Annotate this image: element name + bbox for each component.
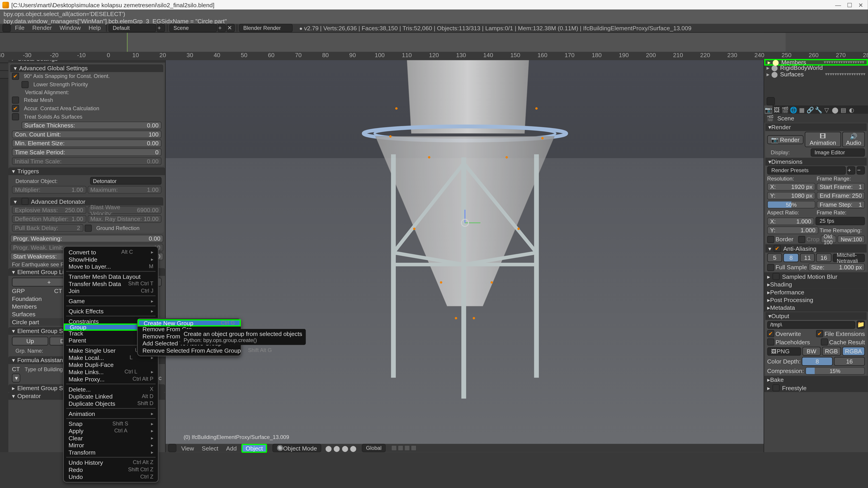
tab-constraints[interactable]: 🔗 xyxy=(806,105,814,114)
view-menu[interactable]: View xyxy=(178,445,197,451)
shading-header[interactable]: ▸Shading xyxy=(764,281,868,288)
aa-header[interactable]: ▾✔Anti-Aliasing xyxy=(765,244,867,253)
res-y-field[interactable]: Y:1080 px xyxy=(767,192,815,199)
menu-window[interactable]: Window xyxy=(56,24,84,32)
axis-snap-check[interactable]: ✔ xyxy=(12,73,19,80)
submenu-create-new-group-highlighted[interactable]: Create New GroupCtrl G xyxy=(138,319,241,326)
aa-filter-dropdown[interactable]: Mitchell-Netravali xyxy=(833,254,865,262)
menu-help[interactable]: Help xyxy=(85,24,104,32)
menu-transfer-mesh-data[interactable]: Transfer Mesh DataShift Ctrl T xyxy=(64,280,158,287)
audio-button[interactable]: 🔊 Audio xyxy=(842,132,865,147)
menu-make-links[interactable]: Make Links...Ctrl L▸ xyxy=(64,368,158,376)
tab-modifiers[interactable]: 🔧 xyxy=(814,105,823,114)
close-button[interactable]: ✕ xyxy=(858,2,863,8)
minimize-button[interactable]: — xyxy=(835,2,841,8)
surface-thickness-field[interactable]: Surface Thickness:0.00 xyxy=(22,122,162,129)
orientation-dropdown[interactable]: Global xyxy=(362,444,386,452)
editor-type-icon[interactable] xyxy=(2,24,11,32)
menu-delete[interactable]: Delete...X xyxy=(64,385,158,393)
maximum-field[interactable]: Maximum:1.00 xyxy=(87,186,161,194)
tab-physics[interactable] xyxy=(0,63,8,71)
display-dropdown[interactable]: Image Editor xyxy=(810,149,865,157)
3d-viewport[interactable]: User Persp (0) IfcBuildingElementProxy/S… xyxy=(166,32,764,452)
scene-dropdown[interactable]: Scene xyxy=(169,24,217,32)
multiplier-field[interactable]: Multiplier:1.00 xyxy=(12,186,86,194)
format-dropdown[interactable]: 🖼 PNG xyxy=(767,347,801,355)
menu-convert-to[interactable]: Convert toAlt C▸ xyxy=(64,249,158,256)
init-time-field[interactable]: Initial Time Scale:0.00 xyxy=(12,157,162,165)
render-button[interactable]: 📷 Render xyxy=(767,135,804,144)
output-header[interactable]: ▾Output xyxy=(765,312,867,320)
perf-header[interactable]: ▸Performance xyxy=(764,288,868,296)
menu-make-dupli-face[interactable]: Make Dupli-Face xyxy=(64,361,158,368)
start-frame-field[interactable]: Start Frame:1 xyxy=(817,183,865,191)
folder-icon-button[interactable]: 📁 xyxy=(857,321,865,329)
layout-dropdown[interactable]: Default xyxy=(108,24,156,32)
render-section-header[interactable]: ▾Render xyxy=(765,123,867,131)
tab-physics[interactable]: ◐ xyxy=(848,105,856,114)
accur-check[interactable]: ✔ xyxy=(12,105,19,112)
rebar-check[interactable] xyxy=(12,96,19,104)
tab-render[interactable]: 📷 xyxy=(764,105,773,114)
tab-grease-pencil[interactable] xyxy=(0,71,8,78)
maximize-button[interactable]: ☐ xyxy=(847,2,852,8)
animation-button[interactable]: 🎞 Animation xyxy=(805,132,841,147)
frame-step-field[interactable]: Frame Step:1 xyxy=(817,201,865,208)
editor-type-3dview-icon[interactable] xyxy=(168,444,177,452)
output-path-field[interactable] xyxy=(767,321,855,328)
adv-global-settings-header[interactable]: ▾Advanced Global Settings xyxy=(10,64,163,72)
fps-dropdown[interactable]: 25 fps xyxy=(815,217,865,225)
freestyle-header[interactable]: ▸Freestyle xyxy=(764,384,868,392)
compression-field[interactable]: 15% xyxy=(805,367,865,375)
menu-undo-history[interactable]: Undo HistoryCtrl Alt Z xyxy=(64,459,158,466)
triggers-header[interactable]: ▾Triggers xyxy=(8,167,165,175)
lower-strength-check[interactable] xyxy=(22,81,29,88)
res-x-field[interactable]: X:1920 px xyxy=(767,183,815,191)
tab-data[interactable]: ▽ xyxy=(823,105,831,114)
time-scale-field[interactable]: Time Scale Period:0 xyxy=(12,149,162,156)
postproc-header[interactable]: ▸Post Processing xyxy=(764,296,868,304)
menu-transfer-mesh-layout[interactable]: Transfer Mesh Data Layout xyxy=(64,273,158,280)
menu-quick-effects[interactable]: Quick Effects▸ xyxy=(64,307,158,315)
progr-weak-field[interactable]: Progr. Weakening:0.00 xyxy=(10,235,163,242)
add-menu[interactable]: Add xyxy=(223,445,240,451)
add-layout-button[interactable]: + xyxy=(157,24,165,32)
treat-solids-check[interactable] xyxy=(12,113,19,121)
con-count-field[interactable]: Con. Count Limit:100 xyxy=(12,131,162,138)
engine-dropdown[interactable]: Blender Render xyxy=(239,24,293,32)
menu-duplicate-linked[interactable]: Duplicate LinkedAlt D xyxy=(64,393,158,400)
min-elem-field[interactable]: Min. Element Size:0.00 xyxy=(12,139,162,147)
menu-animation[interactable]: Animation▸ xyxy=(64,410,158,417)
object-menu[interactable]: Object xyxy=(241,444,267,453)
tab-texture[interactable]: ▤ xyxy=(839,105,848,114)
mode-dropdown[interactable]: 🔘 Object Mode xyxy=(272,444,321,452)
submenu-remove-from-active[interactable]: Remove Selected From Active GroupShift A… xyxy=(138,347,241,354)
detonator-field[interactable] xyxy=(90,177,161,185)
menu-mirror[interactable]: Mirror▸ xyxy=(64,442,158,449)
end-frame-field[interactable]: End Frame:250 xyxy=(817,192,865,199)
tab-material[interactable]: ⬤ xyxy=(831,105,839,114)
timeline-track[interactable] xyxy=(0,33,868,52)
smb-header[interactable]: ▸Sampled Motion Blur xyxy=(764,272,868,281)
bake-header[interactable]: ▸Bake xyxy=(764,376,868,384)
menu-redo[interactable]: RedoShift Ctrl Z xyxy=(64,466,158,473)
menu-game[interactable]: Game▸ xyxy=(64,297,158,304)
menu-render[interactable]: Render xyxy=(29,24,55,32)
menu-make-proxy[interactable]: Make Proxy...Ctrl Alt P xyxy=(64,375,158,383)
tab-render-layers[interactable]: 🖼 xyxy=(773,105,781,114)
add-scene-button[interactable]: + xyxy=(218,24,226,32)
delete-scene-button[interactable]: ✕ xyxy=(226,24,235,32)
menu-snap[interactable]: SnapShift S▸ xyxy=(64,420,158,427)
tab-object[interactable]: ▦ xyxy=(798,105,806,114)
menu-file[interactable]: File xyxy=(11,24,28,32)
render-presets-dropdown[interactable]: Render Presets xyxy=(767,166,846,175)
menu-undo[interactable]: UndoCtrl Z xyxy=(64,473,158,480)
menu-clear[interactable]: Clear▸ xyxy=(64,434,158,442)
res-pct-field[interactable]: 50% xyxy=(767,201,815,208)
tab-world[interactable]: 🌐 xyxy=(789,105,798,114)
menu-transform[interactable]: Transform▸ xyxy=(64,449,158,456)
menu-join[interactable]: JoinCtrl J xyxy=(64,287,158,294)
menu-apply[interactable]: ApplyCtrl A▸ xyxy=(64,427,158,434)
menu-duplicate-objects[interactable]: Duplicate ObjectsShift D xyxy=(64,400,158,407)
metadata-header[interactable]: ▸Metadata xyxy=(764,304,868,312)
